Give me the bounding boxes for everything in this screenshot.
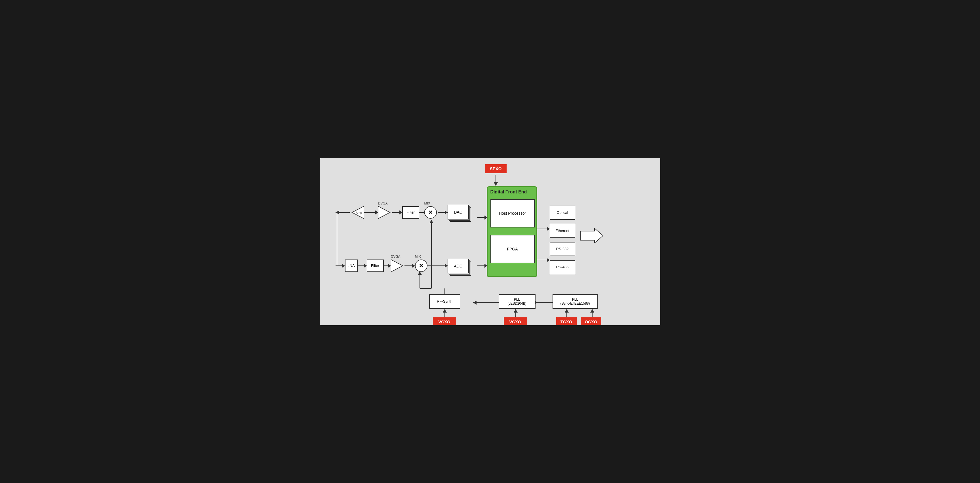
dac-block: DAC xyxy=(448,205,473,222)
svg-marker-3 xyxy=(375,210,378,214)
svg-marker-39 xyxy=(473,300,477,305)
ethernet-block: Ethernet xyxy=(550,224,575,238)
svg-marker-47 xyxy=(565,309,569,313)
svg-marker-17 xyxy=(412,264,415,268)
ocxo-label: OCXO xyxy=(581,317,601,325)
vcxo2-label: VCXO xyxy=(504,317,527,325)
rs485-block: RS-485 xyxy=(550,260,575,274)
lna-block: LNA xyxy=(345,259,358,272)
filter1-block: Filter xyxy=(402,206,419,219)
svg-marker-25 xyxy=(430,220,433,223)
amp-block: Amp xyxy=(350,206,364,219)
dfe-container: Digital Front End Host Processor FPGA xyxy=(487,186,537,277)
rs232-block: RS-232 xyxy=(550,242,575,256)
fpga-block: FPGA xyxy=(490,235,535,263)
tcxo-label: TCXO xyxy=(556,317,577,325)
adc-block: ADC xyxy=(448,259,473,276)
rf-synth-block: RF-Synth xyxy=(429,294,460,309)
svg-text:Amp: Amp xyxy=(355,211,362,214)
host-processor-block: Host Processor xyxy=(490,199,535,227)
svg-marker-35 xyxy=(547,258,550,262)
dvga2-label: DVGA xyxy=(391,255,401,259)
svg-marker-54 xyxy=(580,228,603,243)
svg-marker-43 xyxy=(443,309,447,313)
svg-marker-13 xyxy=(364,264,367,268)
filter2-block: Filter xyxy=(367,259,384,272)
dvga1-label: DVGA xyxy=(378,201,388,205)
pll1-block: PLL(JESD204B) xyxy=(499,294,536,309)
svg-marker-1 xyxy=(336,210,339,214)
input-arrow xyxy=(580,228,603,244)
optical-block: Optical xyxy=(550,206,575,220)
svg-marker-52 xyxy=(378,206,390,219)
mix2-block: ✕ xyxy=(415,259,428,272)
svg-marker-11 xyxy=(342,264,345,268)
svg-marker-15 xyxy=(388,264,391,268)
svg-marker-19 xyxy=(445,264,448,268)
svg-marker-9 xyxy=(445,210,448,214)
svg-marker-5 xyxy=(399,210,402,214)
svg-marker-33 xyxy=(547,227,550,231)
diagram-container: SPXO Digital Front End Host Processor FP… xyxy=(320,158,660,325)
dfe-title: Digital Front End xyxy=(490,189,527,195)
vcxo1-label: VCXO xyxy=(433,317,456,325)
mix1-label: MIX xyxy=(424,201,430,205)
dvga2-block xyxy=(391,259,405,272)
svg-marker-41 xyxy=(494,183,498,186)
pll2-block: PLL(Sync-E/IEEE1588) xyxy=(552,294,598,309)
mix1-block: ✕ xyxy=(424,206,437,219)
svg-marker-53 xyxy=(391,259,403,272)
dvga1-block xyxy=(378,206,392,219)
svg-marker-49 xyxy=(590,309,594,313)
mix2-label: MIX xyxy=(415,255,421,259)
svg-marker-45 xyxy=(514,309,518,313)
spxo-label: SPXO xyxy=(485,164,507,173)
